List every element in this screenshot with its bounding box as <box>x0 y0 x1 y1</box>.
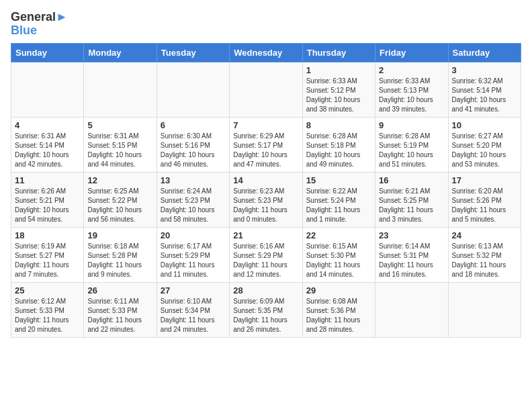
logo-general: General► <box>11 11 68 24</box>
day-cell: 7Sunrise: 6:29 AMSunset: 5:17 PMDaylight… <box>230 117 302 172</box>
day-info: Sunrise: 6:20 AMSunset: 5:26 PMDaylight:… <box>452 187 517 224</box>
day-number: 14 <box>233 175 298 185</box>
day-number: 27 <box>161 285 226 295</box>
day-number: 28 <box>233 285 298 295</box>
day-number: 1 <box>306 65 371 75</box>
logo-wordmark: General► Blue <box>11 11 68 38</box>
day-info: Sunrise: 6:28 AMSunset: 5:18 PMDaylight:… <box>306 132 371 169</box>
day-number: 23 <box>379 230 444 240</box>
logo-blue: Blue <box>11 24 68 38</box>
header-day-thursday: Thursday <box>302 43 375 62</box>
day-cell: 12Sunrise: 6:25 AMSunset: 5:22 PMDayligh… <box>84 172 157 227</box>
day-cell: 16Sunrise: 6:21 AMSunset: 5:25 PMDayligh… <box>375 172 448 227</box>
day-number: 4 <box>15 120 80 130</box>
day-info: Sunrise: 6:30 AMSunset: 5:16 PMDaylight:… <box>161 132 226 169</box>
day-info: Sunrise: 6:21 AMSunset: 5:25 PMDaylight:… <box>379 187 444 224</box>
day-number: 9 <box>379 120 444 130</box>
day-cell: 9Sunrise: 6:28 AMSunset: 5:19 PMDaylight… <box>375 117 448 172</box>
week-row-1: 1Sunrise: 6:33 AMSunset: 5:12 PMDaylight… <box>11 62 521 117</box>
day-cell: 1Sunrise: 6:33 AMSunset: 5:12 PMDaylight… <box>302 62 375 117</box>
day-cell: 8Sunrise: 6:28 AMSunset: 5:18 PMDaylight… <box>302 117 375 172</box>
day-number: 7 <box>233 120 298 130</box>
day-number: 17 <box>452 175 517 185</box>
day-number: 26 <box>87 285 152 295</box>
day-number: 25 <box>15 285 80 295</box>
day-cell: 17Sunrise: 6:20 AMSunset: 5:26 PMDayligh… <box>448 172 521 227</box>
header-day-wednesday: Wednesday <box>230 43 302 62</box>
day-info: Sunrise: 6:14 AMSunset: 5:31 PMDaylight:… <box>379 242 444 279</box>
day-info: Sunrise: 6:15 AMSunset: 5:30 PMDaylight:… <box>306 242 371 279</box>
day-number: 20 <box>161 230 226 240</box>
header-row: SundayMondayTuesdayWednesdayThursdayFrid… <box>11 43 521 62</box>
day-cell: 21Sunrise: 6:16 AMSunset: 5:29 PMDayligh… <box>230 227 302 282</box>
day-cell <box>375 282 448 337</box>
header-day-sunday: Sunday <box>11 43 84 62</box>
day-cell: 10Sunrise: 6:27 AMSunset: 5:20 PMDayligh… <box>448 117 521 172</box>
calendar-table: SundayMondayTuesdayWednesdayThursdayFrid… <box>11 43 521 338</box>
day-cell: 5Sunrise: 6:31 AMSunset: 5:15 PMDaylight… <box>84 117 157 172</box>
week-row-5: 25Sunrise: 6:12 AMSunset: 5:33 PMDayligh… <box>11 282 521 337</box>
header-day-tuesday: Tuesday <box>157 43 229 62</box>
day-info: Sunrise: 6:23 AMSunset: 5:23 PMDaylight:… <box>233 187 298 224</box>
day-number: 22 <box>306 230 371 240</box>
day-number: 19 <box>87 230 152 240</box>
day-number: 18 <box>15 230 80 240</box>
day-info: Sunrise: 6:31 AMSunset: 5:15 PMDaylight:… <box>87 132 152 169</box>
day-info: Sunrise: 6:25 AMSunset: 5:22 PMDaylight:… <box>87 187 152 224</box>
day-info: Sunrise: 6:17 AMSunset: 5:29 PMDaylight:… <box>161 242 226 279</box>
day-cell: 27Sunrise: 6:10 AMSunset: 5:34 PMDayligh… <box>157 282 229 337</box>
week-row-3: 11Sunrise: 6:26 AMSunset: 5:21 PMDayligh… <box>11 172 521 227</box>
day-cell <box>448 282 521 337</box>
day-info: Sunrise: 6:18 AMSunset: 5:28 PMDaylight:… <box>87 242 152 279</box>
day-cell: 3Sunrise: 6:32 AMSunset: 5:14 PMDaylight… <box>448 62 521 117</box>
day-number: 6 <box>161 120 226 130</box>
day-cell: 4Sunrise: 6:31 AMSunset: 5:14 PMDaylight… <box>11 117 84 172</box>
header: General► Blue <box>11 11 521 38</box>
logo: General► Blue <box>11 11 68 38</box>
day-number: 2 <box>379 65 444 75</box>
day-cell: 24Sunrise: 6:13 AMSunset: 5:32 PMDayligh… <box>448 227 521 282</box>
day-number: 15 <box>306 175 371 185</box>
day-info: Sunrise: 6:28 AMSunset: 5:19 PMDaylight:… <box>379 132 444 169</box>
day-info: Sunrise: 6:19 AMSunset: 5:27 PMDaylight:… <box>15 242 80 279</box>
day-number: 29 <box>306 285 371 295</box>
day-cell: 25Sunrise: 6:12 AMSunset: 5:33 PMDayligh… <box>11 282 84 337</box>
header-day-friday: Friday <box>375 43 448 62</box>
day-cell: 15Sunrise: 6:22 AMSunset: 5:24 PMDayligh… <box>302 172 375 227</box>
day-number: 11 <box>15 175 80 185</box>
day-number: 16 <box>379 175 444 185</box>
day-info: Sunrise: 6:13 AMSunset: 5:32 PMDaylight:… <box>452 242 517 279</box>
day-cell: 18Sunrise: 6:19 AMSunset: 5:27 PMDayligh… <box>11 227 84 282</box>
header-day-monday: Monday <box>84 43 157 62</box>
day-cell <box>11 62 84 117</box>
day-info: Sunrise: 6:08 AMSunset: 5:36 PMDaylight:… <box>306 297 371 334</box>
day-cell: 22Sunrise: 6:15 AMSunset: 5:30 PMDayligh… <box>302 227 375 282</box>
day-cell: 13Sunrise: 6:24 AMSunset: 5:23 PMDayligh… <box>157 172 229 227</box>
day-cell: 23Sunrise: 6:14 AMSunset: 5:31 PMDayligh… <box>375 227 448 282</box>
week-row-2: 4Sunrise: 6:31 AMSunset: 5:14 PMDaylight… <box>11 117 521 172</box>
day-number: 13 <box>161 175 226 185</box>
day-cell: 26Sunrise: 6:11 AMSunset: 5:33 PMDayligh… <box>84 282 157 337</box>
header-day-saturday: Saturday <box>448 43 521 62</box>
day-info: Sunrise: 6:32 AMSunset: 5:14 PMDaylight:… <box>452 77 517 114</box>
day-cell: 6Sunrise: 6:30 AMSunset: 5:16 PMDaylight… <box>157 117 229 172</box>
day-info: Sunrise: 6:10 AMSunset: 5:34 PMDaylight:… <box>161 297 226 334</box>
day-cell <box>84 62 157 117</box>
day-info: Sunrise: 6:33 AMSunset: 5:13 PMDaylight:… <box>379 77 444 114</box>
day-number: 10 <box>452 120 517 130</box>
day-info: Sunrise: 6:16 AMSunset: 5:29 PMDaylight:… <box>233 242 298 279</box>
day-info: Sunrise: 6:26 AMSunset: 5:21 PMDaylight:… <box>15 187 80 224</box>
day-info: Sunrise: 6:24 AMSunset: 5:23 PMDaylight:… <box>161 187 226 224</box>
day-cell: 29Sunrise: 6:08 AMSunset: 5:36 PMDayligh… <box>302 282 375 337</box>
day-cell: 20Sunrise: 6:17 AMSunset: 5:29 PMDayligh… <box>157 227 229 282</box>
day-info: Sunrise: 6:12 AMSunset: 5:33 PMDaylight:… <box>15 297 80 334</box>
week-row-4: 18Sunrise: 6:19 AMSunset: 5:27 PMDayligh… <box>11 227 521 282</box>
day-cell: 14Sunrise: 6:23 AMSunset: 5:23 PMDayligh… <box>230 172 302 227</box>
day-info: Sunrise: 6:09 AMSunset: 5:35 PMDaylight:… <box>233 297 298 334</box>
day-info: Sunrise: 6:33 AMSunset: 5:12 PMDaylight:… <box>306 77 371 114</box>
day-info: Sunrise: 6:31 AMSunset: 5:14 PMDaylight:… <box>15 132 80 169</box>
day-number: 8 <box>306 120 371 130</box>
day-info: Sunrise: 6:22 AMSunset: 5:24 PMDaylight:… <box>306 187 371 224</box>
day-number: 21 <box>233 230 298 240</box>
day-number: 3 <box>452 65 517 75</box>
